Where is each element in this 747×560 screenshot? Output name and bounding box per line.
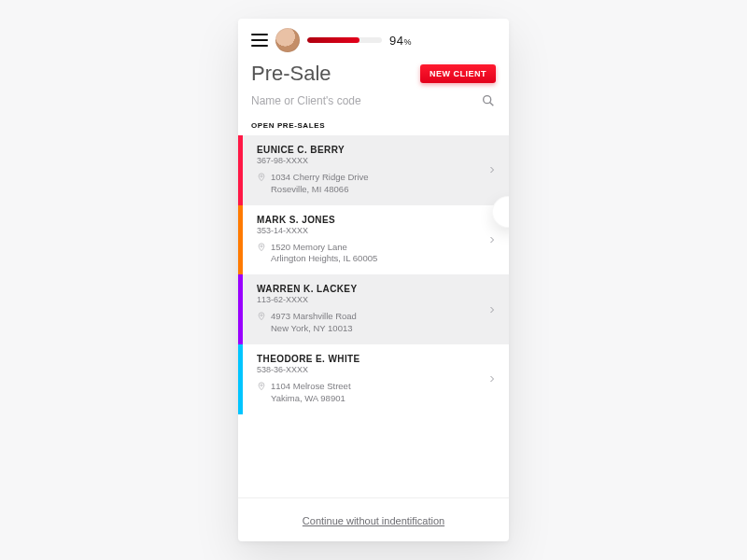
new-client-button[interactable]: NEW CLIENT: [420, 64, 496, 83]
menu-icon[interactable]: [251, 34, 268, 47]
client-address: 1520 Memory LaneArlington Heights, IL 60…: [271, 242, 377, 266]
client-code: 113-62-XXXX: [257, 295, 486, 304]
svg-point-5: [261, 385, 262, 386]
client-info: WARREN K. LACKEY113-62-XXXX4973 Marshvil…: [253, 284, 486, 335]
location-pin-icon: [257, 382, 266, 391]
client-code: 367-98-XXXX: [257, 156, 486, 165]
svg-point-0: [484, 96, 491, 104]
client-address-line1: 1520 Memory Lane: [271, 242, 347, 252]
svg-point-3: [261, 245, 262, 246]
client-address-line2: Arlington Heights, IL 60005: [271, 253, 377, 263]
avatar[interactable]: [275, 28, 300, 52]
client-info: THEODORE E. WHITE538-36-XXXX1104 Melrose…: [253, 354, 486, 405]
client-name: THEODORE E. WHITE: [257, 354, 486, 364]
client-address-line2: Roseville, MI 48066: [271, 184, 348, 194]
client-list: EUNICE C. BERRY367-98-XXXX1034 Cherry Ri…: [238, 135, 509, 497]
search-row: [238, 88, 509, 118]
chevron-right-icon: [486, 164, 498, 175]
svg-point-2: [261, 175, 262, 177]
client-address-line1: 1034 Cherry Ridge Drive: [271, 172, 369, 182]
progress-unit: %: [403, 37, 412, 47]
svg-line-1: [490, 103, 494, 106]
client-name: MARK S. JONES: [257, 215, 486, 225]
footer: Continue without indentification: [238, 497, 509, 541]
client-address-line2: Yakima, WA 98901: [271, 393, 345, 403]
client-row[interactable]: MARK S. JONES353-14-XXXX1520 Memory Lane…: [238, 205, 509, 275]
progress-percent: 94%: [389, 34, 412, 48]
client-code: 538-36-XXXX: [257, 365, 486, 374]
chevron-right-icon: [486, 234, 498, 245]
client-address: 1104 Melrose StreetYakima, WA 98901: [271, 381, 351, 405]
client-address-wrap: 1104 Melrose StreetYakima, WA 98901: [257, 381, 486, 405]
chevron-right-icon: [486, 373, 498, 385]
client-row[interactable]: WARREN K. LACKEY113-62-XXXX4973 Marshvil…: [238, 274, 509, 344]
client-address-wrap: 1034 Cherry Ridge DriveRoseville, MI 480…: [257, 172, 486, 196]
section-label-open-presales: OPEN PRE-SALES: [238, 118, 509, 135]
search-icon[interactable]: [481, 93, 496, 108]
svg-point-4: [261, 315, 262, 316]
location-pin-icon: [257, 243, 266, 252]
location-pin-icon: [257, 173, 266, 182]
client-name: WARREN K. LACKEY: [257, 284, 486, 294]
client-address: 1034 Cherry Ridge DriveRoseville, MI 480…: [271, 172, 369, 196]
search-input[interactable]: [251, 94, 447, 107]
client-address: 4973 Marshville RoadNew York, NY 10013: [271, 311, 357, 335]
client-code: 353-14-XXXX: [257, 226, 486, 235]
continue-without-id-link[interactable]: Continue without indentification: [303, 515, 444, 526]
progress-fill: [307, 37, 359, 43]
client-info: EUNICE C. BERRY367-98-XXXX1034 Cherry Ri…: [253, 145, 486, 196]
progress-bar: [307, 37, 382, 43]
header-row: Pre-Sale NEW CLIENT: [238, 56, 509, 88]
top-bar: 94%: [238, 19, 509, 56]
chevron-right-icon: [486, 304, 498, 315]
client-row[interactable]: THEODORE E. WHITE538-36-XXXX1104 Melrose…: [238, 344, 509, 414]
page-title: Pre-Sale: [251, 62, 331, 86]
location-pin-icon: [257, 312, 266, 321]
client-address-wrap: 1520 Memory LaneArlington Heights, IL 60…: [257, 242, 486, 266]
client-address-line1: 1104 Melrose Street: [271, 381, 351, 391]
client-info: MARK S. JONES353-14-XXXX1520 Memory Lane…: [253, 215, 486, 266]
client-address-wrap: 4973 Marshville RoadNew York, NY 10013: [257, 311, 486, 335]
app-screen: 94% Pre-Sale NEW CLIENT OPEN PRE-SALES E…: [238, 19, 509, 541]
progress-value: 94: [389, 34, 403, 48]
client-address-line1: 4973 Marshville Road: [271, 311, 357, 321]
client-address-line2: New York, NY 10013: [271, 323, 353, 333]
client-row[interactable]: EUNICE C. BERRY367-98-XXXX1034 Cherry Ri…: [238, 135, 509, 205]
client-name: EUNICE C. BERRY: [257, 145, 486, 155]
